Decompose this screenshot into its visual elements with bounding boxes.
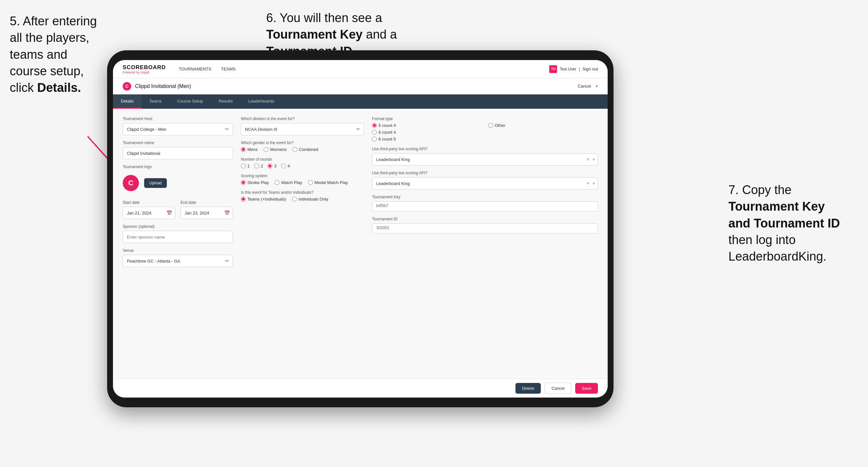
app-logo: SCOREBOARD bbox=[123, 64, 166, 71]
third-party-2-clear-icon[interactable]: ✕ bbox=[586, 181, 589, 186]
format-5count4[interactable]: 5 count 4 bbox=[372, 123, 482, 128]
rounds-options: 1 2 3 4 bbox=[241, 163, 364, 168]
end-date-wrapper: 📅 bbox=[181, 207, 233, 219]
venue-label: Venue bbox=[123, 248, 233, 253]
tournament-id-value: 302051 bbox=[372, 223, 598, 234]
tournament-key-label: Tournament Key bbox=[372, 195, 598, 199]
third-party-1-wrapper: ✕ ▼ bbox=[372, 153, 598, 165]
rounds-group: Number of rounds 1 2 3 bbox=[241, 157, 364, 168]
nav-teams[interactable]: TEAMS bbox=[221, 65, 236, 73]
individuals-only[interactable]: Individuals Only bbox=[292, 197, 329, 201]
format-6count4[interactable]: 6 count 4 bbox=[372, 130, 482, 135]
third-party-2-wrapper: ✕ ▼ bbox=[372, 177, 598, 189]
logo-preview: C bbox=[123, 175, 139, 191]
tournament-host-select[interactable]: Clippd College - Men bbox=[123, 123, 233, 135]
gender-label: Which gender is the event for? bbox=[241, 141, 364, 145]
format-6count5[interactable]: 6 count 5 bbox=[372, 136, 482, 142]
logo-area: SCOREBOARD Powered by clippd bbox=[123, 64, 166, 74]
round-1[interactable]: 1 bbox=[241, 163, 250, 168]
tablet-frame: SCOREBOARD Powered by clippd TOURNAMENTS… bbox=[107, 50, 614, 407]
tournament-key-group: Tournament Key b4f5b7 bbox=[372, 195, 598, 212]
col-right: Format type 5 count 4 Other 6 count 4 bbox=[372, 117, 598, 371]
scoring-medal-match-play[interactable]: Medal Match Play bbox=[308, 180, 348, 185]
end-date-input[interactable] bbox=[181, 207, 233, 219]
end-date-group: End date 📅 bbox=[181, 200, 233, 219]
gender-combined[interactable]: Combined bbox=[292, 147, 318, 152]
start-date-wrapper: 📅 bbox=[123, 207, 175, 219]
teams-group: Is this event for Teams and/or Individua… bbox=[241, 190, 364, 201]
user-avatar: TU bbox=[549, 65, 557, 73]
round-3[interactable]: 3 bbox=[268, 163, 276, 168]
nav-tournaments[interactable]: TOURNAMENTS bbox=[179, 65, 211, 73]
tournament-host-label: Tournament Host bbox=[123, 117, 233, 121]
gender-mens[interactable]: Mens bbox=[241, 147, 258, 152]
col-middle: Which division is the event for? NCAA Di… bbox=[241, 117, 364, 371]
page-header: C Clippd Invitational (Men) Cancel × bbox=[113, 78, 608, 94]
tournament-host-group: Tournament Host Clippd College - Men bbox=[123, 117, 233, 135]
scoring-options: Stroke Play Match Play Medal Match Play bbox=[241, 180, 364, 185]
format-label: Format type bbox=[372, 117, 598, 121]
tab-details[interactable]: Details bbox=[113, 94, 142, 109]
teams-plus-individuals[interactable]: Teams (+Individuals) bbox=[241, 197, 286, 201]
format-empty1 bbox=[488, 130, 598, 135]
tournament-name-input[interactable] bbox=[123, 147, 233, 159]
scoring-match-play[interactable]: Match Play bbox=[275, 180, 302, 185]
start-date-group: Start date 📅 bbox=[123, 200, 175, 219]
tab-teams[interactable]: Teams bbox=[142, 94, 169, 109]
round-4[interactable]: 4 bbox=[281, 163, 290, 168]
scoring-stroke-play[interactable]: Stroke Play bbox=[241, 180, 269, 185]
division-select[interactable]: NCAA Division III bbox=[241, 123, 364, 135]
delete-button[interactable]: Delete bbox=[516, 383, 541, 394]
venue-select[interactable]: Peachtree GC - Atlanta - GA bbox=[123, 255, 233, 267]
gender-womens[interactable]: Womens bbox=[264, 147, 287, 152]
nav-links: TOURNAMENTS TEAMS bbox=[179, 65, 550, 73]
annotation-left: 5. After entering all the players, teams… bbox=[10, 13, 104, 96]
round-2[interactable]: 2 bbox=[254, 163, 263, 168]
logo-upload-area: C Upload bbox=[123, 171, 233, 195]
format-options: 5 count 4 Other 6 count 4 6 count 5 bbox=[372, 123, 598, 142]
start-date-input[interactable] bbox=[123, 207, 175, 219]
tab-results[interactable]: Results bbox=[211, 94, 241, 109]
top-nav: SCOREBOARD Powered by clippd TOURNAMENTS… bbox=[113, 60, 608, 78]
format-other[interactable]: Other bbox=[488, 123, 598, 128]
third-party-1-clear-icon[interactable]: ✕ bbox=[586, 157, 589, 162]
tab-course-setup[interactable]: Course Setup bbox=[169, 94, 211, 109]
division-group: Which division is the event for? NCAA Di… bbox=[241, 117, 364, 135]
annotation-bottom-right: 7. Copy the Tournament Keyand Tournament… bbox=[728, 182, 852, 265]
sign-out-link[interactable]: Sign out bbox=[582, 65, 598, 73]
rounds-label: Number of rounds bbox=[241, 157, 364, 162]
tournament-logo-group: Tournament logo C Upload bbox=[123, 164, 233, 195]
third-party-1-label: Use third-party live scoring API? bbox=[372, 147, 598, 151]
third-party-1-input[interactable] bbox=[372, 153, 598, 165]
upload-button[interactable]: Upload bbox=[144, 178, 167, 188]
header-close-button[interactable]: × bbox=[595, 84, 598, 89]
third-party-2-group: Use third-party live scoring API? ✕ ▼ bbox=[372, 171, 598, 189]
tournament-id-group: Tournament ID 302051 bbox=[372, 217, 598, 234]
teams-options: Teams (+Individuals) Individuals Only bbox=[241, 197, 364, 201]
tab-leaderboards[interactable]: Leaderboards bbox=[241, 94, 282, 109]
page-title: Clippd Invitational (Men) bbox=[135, 84, 191, 89]
teams-label: Is this event for Teams and/or Individua… bbox=[241, 190, 364, 195]
page-header-right: Cancel × bbox=[578, 84, 598, 89]
scoring-label: Scoring system bbox=[241, 174, 364, 178]
tournament-name-group: Tournament name bbox=[123, 141, 233, 159]
save-button[interactable]: Save bbox=[575, 383, 598, 394]
app-logo-sub: Powered by clippd bbox=[123, 71, 166, 74]
cancel-button[interactable]: Cancel bbox=[545, 383, 571, 394]
nav-separator: | bbox=[579, 67, 580, 71]
header-cancel-link[interactable]: Cancel bbox=[578, 84, 591, 89]
division-label: Which division is the event for? bbox=[241, 117, 364, 121]
third-party-2-input[interactable] bbox=[372, 177, 598, 189]
end-date-label: End date bbox=[181, 200, 233, 205]
sponsor-input[interactable] bbox=[123, 231, 233, 243]
bottom-bar: Delete Cancel Save bbox=[113, 379, 608, 398]
sponsor-label: Sponsor (optional) bbox=[123, 224, 233, 229]
tablet-screen: SCOREBOARD Powered by clippd TOURNAMENTS… bbox=[113, 60, 608, 398]
scoring-group: Scoring system Stroke Play Match Play Me… bbox=[241, 174, 364, 185]
tournament-id-label: Tournament ID bbox=[372, 217, 598, 221]
gender-group: Which gender is the event for? Mens Wome… bbox=[241, 141, 364, 152]
tournament-name-label: Tournament name bbox=[123, 141, 233, 145]
col-left: Tournament Host Clippd College - Men Tou… bbox=[123, 117, 233, 371]
tournament-logo-icon: C bbox=[123, 82, 131, 91]
third-party-1-group: Use third-party live scoring API? ✕ ▼ bbox=[372, 147, 598, 165]
